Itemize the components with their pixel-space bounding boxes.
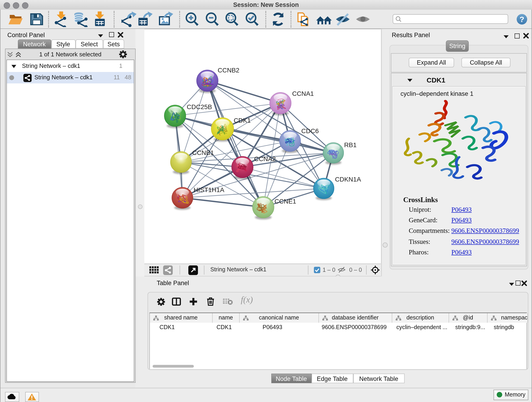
svg-text:CDC25B: CDC25B bbox=[187, 103, 212, 110]
svg-text:?: ? bbox=[520, 15, 525, 24]
svg-text:CDK1: CDK1 bbox=[234, 117, 251, 124]
svg-text:CCNA2: CCNA2 bbox=[254, 155, 276, 162]
svg-text:CCNE1: CCNE1 bbox=[274, 198, 296, 205]
svg-text:CCNB2: CCNB2 bbox=[218, 67, 239, 74]
svg-text:CDKN1A: CDKN1A bbox=[335, 176, 361, 183]
svg-text:HIST1H1A: HIST1H1A bbox=[194, 186, 224, 193]
svg-text:CDC6: CDC6 bbox=[301, 128, 319, 134]
svg-text:CCNB1: CCNB1 bbox=[192, 149, 214, 156]
svg-text:RB1: RB1 bbox=[344, 141, 356, 148]
svg-text:CCNA1: CCNA1 bbox=[292, 90, 314, 97]
